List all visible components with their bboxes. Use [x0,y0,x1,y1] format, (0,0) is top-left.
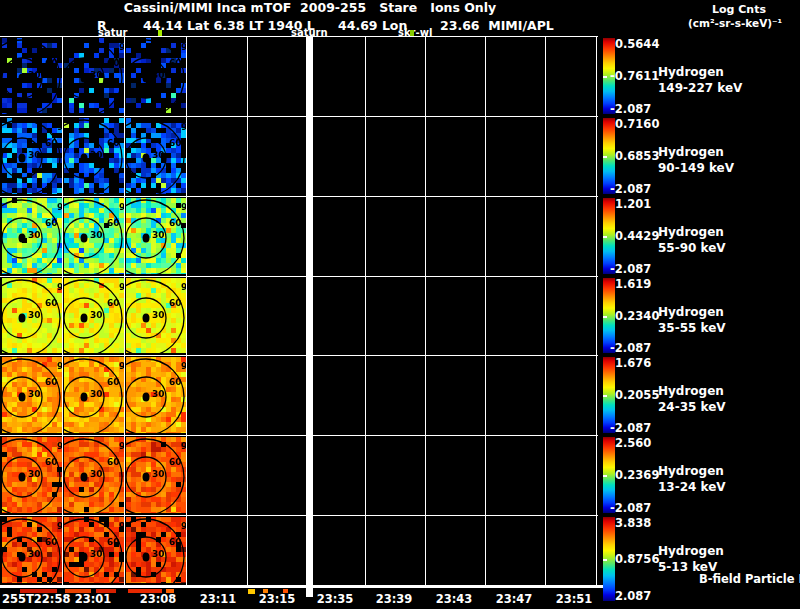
bottom-strip-mark [248,589,255,594]
colorbar-min-label: -2.087 [610,102,651,116]
bottom-strip-mark [20,589,57,593]
colorbar-max-label: 2.560 [615,436,651,450]
sky-map-panel [2,437,62,513]
data-gap-bar [306,36,313,597]
bottom-strip-mark [263,589,268,593]
sky-map-panel [126,38,186,114]
row-separator-line [0,515,598,516]
time-tick-label: 23:15 [247,592,307,606]
row-energy-label: 55-90 keV [658,240,726,256]
column-separator-line [545,36,546,585]
colorbar [603,517,615,601]
column-separator-line [124,36,125,585]
colorbar-mid-tick [603,475,607,477]
top-axis-label: saturn [291,27,328,38]
colorbar-max-label: 1.201 [615,197,651,211]
time-tick-label: 23:51 [544,592,604,606]
sky-map-panel [64,357,124,433]
colorbar-mid-tick [603,156,607,158]
column-separator-line [62,36,63,585]
colorbar-mid-label: 0.8756 [615,552,659,566]
plot-bottom-axis-line [0,585,605,588]
time-tick-label: 23:39 [364,592,424,606]
sky-map-panel [2,38,62,114]
sky-map-panel [126,357,186,433]
colorbar-max-label: 3.838 [615,516,651,530]
sky-map-panel [64,118,124,194]
sky-map-panel [2,278,62,353]
sky-map-panel [64,437,124,513]
sky-map-panel [126,198,186,274]
event-tick [158,30,162,36]
sky-map-panel [64,517,124,583]
row-species-label: Hydrogen [658,144,724,160]
row-separator-line [0,355,598,356]
colorbar-mid-tick [603,236,607,238]
row-energy-label: 90-149 keV [658,160,734,176]
bottom-strip-mark [128,589,162,593]
bottom-strip-mark [166,589,174,593]
sky-map-panel [2,198,62,274]
colorbar-mid-label: -0.7611 [610,69,659,83]
row-separator-line [0,116,598,117]
row-species-label: Hydrogen [658,463,724,479]
colorbar-mid-tick [603,76,607,78]
sky-map-panel [2,118,62,194]
colorbar-min-label: -2.087 [610,262,651,276]
column-separator-line [425,36,426,585]
colorbar-mid-label: 0.6853 [615,149,659,163]
row-energy-label: 149-227 keV [658,80,742,96]
row-species-label: Hydrogen [658,64,724,80]
sky-map-panel [2,517,62,583]
row-energy-label: 35-55 keV [658,320,726,336]
sky-map-panel [2,357,62,433]
column-separator-line [247,36,248,585]
row-energy-label: 24-35 keV [658,399,726,415]
time-tick-label: 23:01 [63,592,123,606]
colorbar-max-label: 0.7160 [615,117,659,131]
bottom-strip-mark [65,589,91,593]
sky-map-panel [126,437,186,513]
colorbar-min-label: -2.087 [610,341,651,355]
colorbar-max-label: 1.619 [615,277,651,291]
time-tick-label: 255T22:58 [2,592,70,606]
colorbar-min-label: -2.087 [610,182,651,196]
colorbar-mid-tick [603,316,607,318]
colorbar-mid-label: 0.2340 [615,309,659,323]
colorbar-max-label: 0.5644 [615,37,659,51]
colorbar-min-label: 2.087 [615,589,651,603]
time-tick-label: 23:43 [424,592,484,606]
row-species-label: Hydrogen [658,224,724,240]
event-tick [410,30,414,36]
time-tick-label: 23:08 [128,592,188,606]
top-axis-label: satur [98,27,128,38]
row-energy-label: 13-24 keV [658,479,726,495]
colorbar-min-label: -2.087 [610,421,651,435]
sky-map-panel [126,278,186,353]
time-tick-label: 23:35 [305,592,365,606]
sky-map-panel [64,38,124,114]
row-separator-line [0,435,598,436]
sky-map-panel [126,517,186,583]
colorbar-mid-label: 0.4429 [615,229,659,243]
cassini-mimi-display: Cassini/MIMI Inca mTOF 2009-255 Stare Io… [0,0,800,609]
bottom-strip-mark [283,589,288,593]
bottom-strip-mark [96,589,116,593]
colorbar-min-label: -2.087 [610,501,651,515]
column-separator-line [485,36,486,585]
colorbar-max-label: 1.676 [615,356,651,370]
plot-grid: satursaturnskr-wl255T22:5823:0123:0823:1… [0,0,800,609]
colorbar-mid-label: 0.2369 [615,468,659,482]
sky-map-panel [64,278,124,353]
column-separator-line [365,36,366,585]
colorbar-mid-tick [603,395,607,397]
column-separator-line [186,36,187,585]
column-separator-line [596,36,597,585]
sky-map-panel [126,118,186,194]
sky-map-panel [64,198,124,274]
time-tick-label: 23:47 [484,592,544,606]
row-separator-line [0,196,598,197]
row-species-label: Hydrogen [658,543,724,559]
row-species-label: Hydrogen [658,383,724,399]
bfield-flow-label: B-field Particle Flow [699,572,800,586]
